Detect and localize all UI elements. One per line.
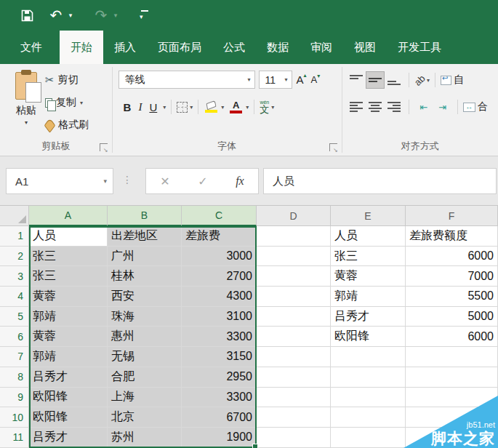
underline-button[interactable]: U (145, 101, 161, 113)
cell-A7[interactable]: 郭靖 (29, 347, 108, 367)
align-center-button[interactable] (366, 98, 385, 116)
cell-D4[interactable] (257, 287, 331, 307)
cell-C10[interactable]: 6700 (182, 407, 257, 428)
row-header-2[interactable]: 2 (0, 247, 29, 267)
cancel-icon[interactable]: ✕ (160, 175, 169, 188)
cell-D5[interactable] (257, 307, 331, 327)
cell-D11[interactable] (257, 428, 331, 448)
cell-B8[interactable]: 合肥 (108, 367, 182, 388)
cell-F5[interactable]: 5000 (406, 307, 498, 327)
borders-icon[interactable] (177, 102, 188, 113)
undo-icon[interactable]: ↶ (47, 4, 65, 26)
row-header-3[interactable]: 3 (0, 266, 29, 287)
enter-icon[interactable]: ✓ (198, 175, 207, 188)
tab-审阅[interactable]: 审阅 (300, 31, 343, 64)
cell-D7[interactable] (257, 347, 331, 367)
column-header-D[interactable]: D (257, 206, 331, 226)
row-header-5[interactable]: 5 (0, 307, 29, 327)
cell-E8[interactable] (331, 367, 406, 388)
cell-B9[interactable]: 上海 (108, 388, 182, 408)
cell-C7[interactable]: 3150 (182, 347, 257, 367)
cell-B10[interactable]: 北京 (108, 407, 182, 428)
font-name-select[interactable]: 等线 ▾ (119, 71, 255, 89)
row-header-6[interactable]: 6 (0, 327, 29, 347)
align-left-button[interactable] (347, 98, 366, 116)
decrease-font-size-button[interactable]: A▾ (311, 74, 321, 85)
row-header-4[interactable]: 4 (0, 287, 29, 307)
cell-A9[interactable]: 欧阳锋 (29, 388, 108, 408)
fill-color-button[interactable] (204, 102, 219, 113)
cell-E9[interactable] (331, 388, 406, 408)
cell-E11[interactable] (331, 428, 406, 448)
phonetic-guide-button[interactable]: wén 文 (260, 100, 269, 114)
cell-C11[interactable]: 1900 (182, 428, 257, 448)
insert-function-icon[interactable]: fx (236, 175, 244, 188)
cell-A11[interactable]: 吕秀才 (29, 428, 108, 448)
formula-bar-splitter[interactable]: ⋮ (122, 174, 132, 185)
cell-D9[interactable] (257, 388, 331, 408)
fill-color-dropdown-icon[interactable]: ▾ (221, 104, 224, 111)
cell-F6[interactable]: 6000 (406, 327, 498, 347)
cell-E4[interactable]: 郭靖 (331, 287, 406, 307)
cell-D3[interactable] (257, 266, 331, 287)
cell-B1[interactable]: 出差地区 (108, 226, 182, 247)
decrease-indent-button[interactable]: ⇤ (414, 98, 433, 116)
cell-F3[interactable]: 7000 (406, 266, 498, 287)
font-color-dropdown-icon[interactable]: ▾ (246, 104, 249, 111)
name-box-dropdown-icon[interactable]: ▾ (103, 177, 107, 185)
tab-页面布局[interactable]: 页面布局 (147, 31, 212, 64)
paste-button[interactable]: 粘贴 ▾ (9, 70, 44, 140)
tab-文件[interactable]: 文件 (7, 31, 55, 64)
cell-A6[interactable]: 黄蓉 (29, 327, 108, 347)
merge-center-button[interactable]: ↔ 合 (463, 100, 488, 113)
cell-D8[interactable] (257, 367, 331, 388)
cell-F7[interactable] (406, 347, 498, 367)
cell-D2[interactable] (257, 247, 331, 267)
row-header-1[interactable]: 1 (0, 226, 29, 247)
tab-开始[interactable]: 开始 (60, 31, 103, 64)
tab-插入[interactable]: 插入 (103, 31, 147, 64)
align-right-button[interactable] (385, 98, 403, 116)
column-header-F[interactable]: F (406, 206, 498, 226)
increase-indent-button[interactable]: ⇥ (433, 98, 452, 116)
row-header-10[interactable]: 10 (0, 407, 29, 428)
underline-dropdown-icon[interactable]: ▾ (163, 104, 166, 111)
cell-E2[interactable]: 张三 (331, 247, 406, 267)
cell-E1[interactable]: 人员 (331, 226, 406, 247)
cell-B3[interactable]: 桂林 (108, 266, 182, 287)
cell-E6[interactable]: 欧阳锋 (331, 327, 406, 347)
cell-C4[interactable]: 4300 (182, 287, 257, 307)
increase-font-size-button[interactable]: A▴ (297, 73, 307, 86)
font-dialog-launcher-icon[interactable] (329, 143, 337, 151)
italic-button[interactable]: I (134, 101, 145, 113)
cell-C5[interactable]: 3100 (182, 307, 257, 327)
cell-B6[interactable]: 惠州 (108, 327, 182, 347)
borders-dropdown-icon[interactable]: ▾ (190, 104, 193, 111)
column-header-E[interactable]: E (331, 206, 406, 226)
cell-D6[interactable] (257, 327, 331, 347)
font-size-dropdown-icon[interactable]: ▾ (285, 76, 288, 83)
align-middle-button[interactable] (366, 71, 385, 89)
tab-视图[interactable]: 视图 (343, 31, 387, 64)
name-box[interactable]: A1 ▾ (6, 168, 113, 194)
cell-D1[interactable] (257, 226, 331, 247)
cell-C8[interactable]: 2950 (182, 367, 257, 388)
column-header-C[interactable]: C (182, 206, 257, 226)
cell-A10[interactable]: 欧阳锋 (29, 407, 108, 428)
column-header-A[interactable]: A (29, 206, 108, 226)
cell-B2[interactable]: 广州 (108, 247, 182, 267)
align-top-button[interactable] (347, 71, 366, 89)
cell-A5[interactable]: 郭靖 (29, 307, 108, 327)
select-all-corner[interactable] (0, 206, 29, 226)
row-header-7[interactable]: 7 (0, 347, 29, 367)
cell-B5[interactable]: 珠海 (108, 307, 182, 327)
cell-E3[interactable]: 黄蓉 (331, 266, 406, 287)
font-color-button[interactable]: A (228, 100, 244, 113)
undo-dropdown-icon[interactable]: ▾ (65, 4, 76, 26)
clipboard-dialog-launcher-icon[interactable] (100, 143, 108, 151)
cell-B4[interactable]: 西安 (108, 287, 182, 307)
wrap-text-button[interactable]: 自 (441, 73, 464, 87)
row-header-11[interactable]: 11 (0, 428, 29, 448)
cell-A1[interactable]: 人员 (29, 226, 108, 247)
customize-quick-access-icon[interactable]: ▾ (140, 10, 150, 20)
